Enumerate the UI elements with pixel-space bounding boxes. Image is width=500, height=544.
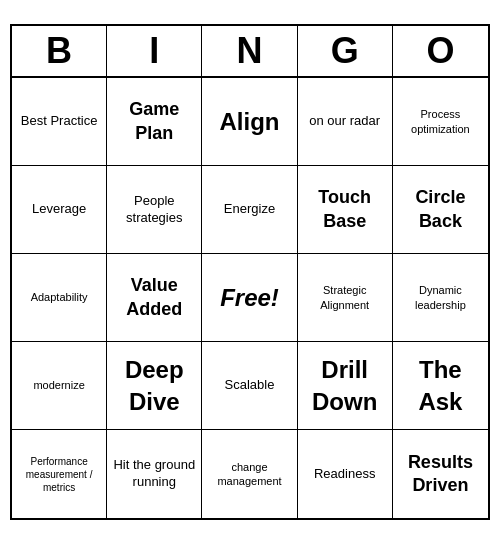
bingo-cell[interactable]: modernize xyxy=(12,342,107,430)
bingo-cell[interactable]: Game Plan xyxy=(107,78,202,166)
bingo-cell[interactable]: Circle Back xyxy=(393,166,488,254)
bingo-cell[interactable]: Dynamic leadership xyxy=(393,254,488,342)
bingo-card: BINGO Best PracticeGame PlanAlignon our … xyxy=(10,24,490,520)
header-letter: G xyxy=(298,26,393,76)
header-letter: B xyxy=(12,26,107,76)
bingo-cell[interactable]: Best Practice xyxy=(12,78,107,166)
bingo-cell[interactable]: Readiness xyxy=(298,430,393,518)
bingo-cell[interactable]: Strategic Alignment xyxy=(298,254,393,342)
bingo-header: BINGO xyxy=(12,26,488,78)
bingo-cell[interactable]: Value Added xyxy=(107,254,202,342)
header-letter: I xyxy=(107,26,202,76)
bingo-grid: Best PracticeGame PlanAlignon our radarP… xyxy=(12,78,488,518)
bingo-cell[interactable]: People strategies xyxy=(107,166,202,254)
bingo-cell[interactable]: Deep Dive xyxy=(107,342,202,430)
bingo-cell[interactable]: Process optimization xyxy=(393,78,488,166)
bingo-cell[interactable]: Scalable xyxy=(202,342,297,430)
header-letter: N xyxy=(202,26,297,76)
header-letter: O xyxy=(393,26,488,76)
bingo-cell[interactable]: The Ask xyxy=(393,342,488,430)
bingo-cell[interactable]: Adaptability xyxy=(12,254,107,342)
bingo-cell[interactable]: Energize xyxy=(202,166,297,254)
bingo-cell[interactable]: change management xyxy=(202,430,297,518)
bingo-cell[interactable]: Align xyxy=(202,78,297,166)
bingo-cell[interactable]: Hit the ground running xyxy=(107,430,202,518)
bingo-cell[interactable]: Leverage xyxy=(12,166,107,254)
bingo-cell[interactable]: on our radar xyxy=(298,78,393,166)
bingo-cell[interactable]: Drill Down xyxy=(298,342,393,430)
bingo-cell[interactable]: Performance measurement / metrics xyxy=(12,430,107,518)
bingo-cell[interactable]: Free! xyxy=(202,254,297,342)
bingo-cell[interactable]: Touch Base xyxy=(298,166,393,254)
bingo-cell[interactable]: Results Driven xyxy=(393,430,488,518)
